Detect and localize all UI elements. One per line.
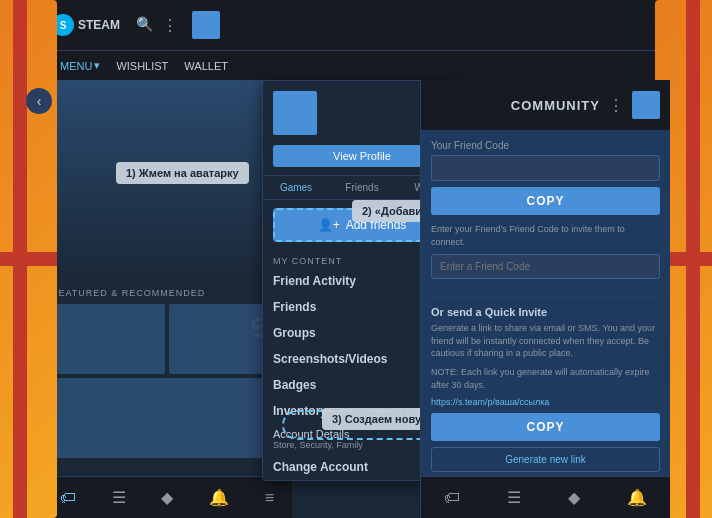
steam-title: STEAM xyxy=(78,18,120,32)
left-panel: FEATURED & RECOMMENDED 🏷 ☰ ◆ 🔔 ≡ xyxy=(42,80,292,518)
nav-wishlist[interactable]: WISHLIST xyxy=(108,56,176,76)
featured-section: FEATURED & RECOMMENDED xyxy=(42,280,292,466)
friend-code-label: Your Friend Code xyxy=(431,140,660,151)
left-panel-bg xyxy=(42,80,292,280)
quick-invite-text: Generate a link to share via email or SM… xyxy=(431,322,660,360)
community-menu-icon[interactable]: ⋮ xyxy=(608,96,624,115)
user-avatar[interactable] xyxy=(192,11,220,39)
comm-nav-diamond[interactable]: ◆ xyxy=(560,480,588,515)
note-text: NOTE: Each link you generate will automa… xyxy=(431,366,660,391)
featured-items xyxy=(52,304,282,374)
community-title: COMMUNITY xyxy=(431,98,600,113)
steam-header: S STEAM 🔍 ⋮ xyxy=(42,0,670,50)
copy-friend-code-button[interactable]: COPY xyxy=(431,187,660,215)
featured-item-1 xyxy=(52,304,165,374)
community-bottom-nav: 🏷 ☰ ◆ 🔔 xyxy=(421,476,670,518)
tab-games[interactable]: Games xyxy=(263,176,329,199)
friend-code-input[interactable] xyxy=(431,155,660,181)
community-panel: COMMUNITY ⋮ Your Friend Code COPY Enter … xyxy=(420,80,670,518)
friend-code-info: Enter your Friend's Friend Code to invit… xyxy=(431,223,660,248)
content-area: FEATURED & RECOMMENDED 🏷 ☰ ◆ 🔔 ≡ steamgi… xyxy=(42,80,670,518)
steam-logo: S STEAM xyxy=(52,14,120,36)
left-bottom-nav: 🏷 ☰ ◆ 🔔 ≡ xyxy=(42,476,292,518)
comm-nav-tag[interactable]: 🏷 xyxy=(436,481,468,515)
profile-avatar-large xyxy=(273,91,317,135)
quick-invite-title: Or send a Quick Invite xyxy=(431,306,660,318)
nav-icon-menu[interactable]: ≡ xyxy=(257,481,282,515)
comm-nav-list[interactable]: ☰ xyxy=(499,480,529,515)
search-icon[interactable]: 🔍 xyxy=(136,16,154,34)
nav-wallet[interactable]: WALLET xyxy=(176,56,236,76)
featured-item-3 xyxy=(52,378,282,458)
nav-menu[interactable]: MENU ▾ xyxy=(52,55,108,76)
steam-nav: MENU ▾ WISHLIST WALLET xyxy=(42,50,670,80)
main-container: S STEAM 🔍 ⋮ MENU ▾ WISHLIST WALLET FEATU… xyxy=(42,0,670,518)
community-avatar[interactable] xyxy=(632,91,660,119)
generate-link-button[interactable]: Generate new link xyxy=(431,447,660,472)
menu-dots-icon[interactable]: ⋮ xyxy=(162,16,180,34)
comm-nav-bell[interactable]: 🔔 xyxy=(619,480,655,515)
nav-icon-list[interactable]: ☰ xyxy=(104,480,134,515)
divider xyxy=(431,297,660,298)
gift-decoration-left xyxy=(0,0,57,518)
enter-friend-code-input[interactable] xyxy=(431,254,660,279)
featured-label: FEATURED & RECOMMENDED xyxy=(52,288,282,298)
link-url: https://s.team/p/ваша/ссылка xyxy=(431,397,660,407)
tab-friends[interactable]: Friends xyxy=(329,176,395,199)
community-header: COMMUNITY ⋮ xyxy=(421,80,670,130)
nav-icon-bell[interactable]: 🔔 xyxy=(201,480,237,515)
community-content: Your Friend Code COPY Enter your Friend'… xyxy=(421,130,670,476)
copy-link-button[interactable]: COPY xyxy=(431,413,660,441)
nav-icon-diamond[interactable]: ◆ xyxy=(153,480,181,515)
